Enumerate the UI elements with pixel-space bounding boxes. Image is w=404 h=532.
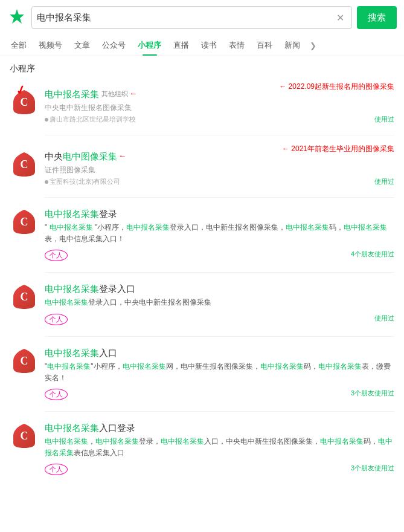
clear-icon[interactable]: ✕ [334, 12, 347, 24]
arrow-icon-2: ← [118, 151, 126, 161]
result-body-3: 电中报名采集 登录 " 电中报名采集 "小程序，电中报名采集登录入口，电中新生报… [45, 207, 394, 261]
tab-emoji[interactable]: 表情 [223, 35, 251, 56]
nav-tabs: 全部 视频号 文章 公众号 小程序 直播 读书 表情 百科 新闻 ❯ [0, 35, 404, 56]
svg-text:C: C [21, 96, 28, 108]
app-icon-4: C [10, 282, 39, 311]
result-title-3: 电中报名采集 登录 [45, 207, 394, 220]
app-icon-2: C [10, 150, 39, 179]
divider-3 [45, 272, 394, 273]
svg-text:C: C [21, 355, 28, 367]
result-source-1: 唐山市路北区世纪星培训学校 使用过 [45, 115, 394, 124]
svg-text:C: C [21, 291, 28, 303]
result-footer-4: 个人 使用过 [45, 311, 394, 325]
result-footer-5: 个人 3个朋友使用过 [45, 386, 394, 400]
svg-text:C: C [21, 216, 28, 228]
tab-live[interactable]: 直播 [167, 35, 195, 56]
result-body-1: 电中报名采集 其他组织 ← 中央电中新生报名图像采集 唐山市路北区世纪星培训学校… [45, 88, 394, 124]
nav-more-icon[interactable]: ❯ [306, 36, 320, 55]
used-label-4: 使用过 [374, 314, 394, 323]
divider-1 [45, 135, 394, 135]
app-icon-5: C [10, 346, 39, 375]
result-desc-main-4: 电中报名采集登录入口，中央电中新生报名图像采集 [45, 297, 394, 308]
friends-used-5: 3个朋友使用过 [351, 389, 394, 398]
svg-text:C: C [21, 158, 28, 170]
section-title: 小程序 [10, 63, 394, 74]
search-input[interactable] [37, 13, 334, 23]
tab-video[interactable]: 视频号 [33, 35, 68, 56]
source-dot [45, 180, 48, 184]
result-body-4: 电中报名采集 登录入口 电中报名采集登录入口，中央电中新生报名图像采集 个人 使… [45, 282, 394, 325]
source-dot [45, 118, 48, 122]
list-item[interactable]: C 电中报名采集 登录 " 电中报名采集 "小程序，电中报名采集登录入口，电中新… [10, 207, 394, 261]
result-desc-2: 证件照图像采集 [45, 164, 394, 175]
result-title-6: 电中报名采集 入口登录 [45, 421, 394, 434]
tag-personal-4: 个人 [45, 314, 68, 325]
tag-personal-5: 个人 [45, 389, 68, 400]
list-item[interactable]: ← 2022.09起新生报名用的图像采集 C ✓ 电中报名采集 其他组织 [10, 83, 394, 124]
result-source-2: 宝图科技(北京)有限公司 使用过 [45, 177, 394, 186]
friends-used-6: 3个朋友使用过 [351, 464, 394, 473]
result-title-5: 电中报名采集 入口 [45, 346, 394, 359]
list-item[interactable]: C 电中报名采集 登录入口 电中报名采集登录入口，中央电中新生报名图像采集 个人… [10, 282, 394, 325]
app-icon-3: C [10, 207, 39, 236]
result-footer-3: 个人 4个朋友使用过 [45, 247, 394, 261]
list-item[interactable]: ← 2021年前老生毕业用的图像采集 C 中央 电中 图像 采集 ← [10, 145, 394, 186]
tab-news[interactable]: 新闻 [278, 35, 306, 56]
tag-personal-3: 个人 [45, 250, 68, 261]
tab-official[interactable]: 公众号 [96, 35, 132, 56]
friends-used-3: 4个朋友使用过 [351, 250, 394, 259]
tab-book[interactable]: 读书 [195, 35, 223, 56]
arrow-icon-1: ← [129, 88, 137, 99]
result-body-2: 中央 电中 图像 采集 ← 证件照图像采集 宝图科技(北京)有限公司 使用过 [45, 150, 394, 186]
result-desc-main-3: " 电中报名采集 "小程序，电中报名采集登录入口，电中新生报名图像采集，电中报名… [45, 222, 394, 245]
tag-personal-6: 个人 [45, 464, 68, 475]
result-body-5: 电中报名采集 入口 "电中报名采集"小程序，电中报名采集网，电中新生报名图像采集… [45, 346, 394, 400]
annotation-1: ← 2022.09起新生报名用的图像采集 [279, 82, 394, 92]
wechat-logo-icon [7, 8, 27, 27]
list-item[interactable]: C 电中报名采集 入口登录 电中报名采集，电中报名采集登录，电中报名采集入口，中… [10, 421, 394, 475]
result-desc-1: 中央电中新生报名图像采集 [45, 102, 394, 113]
header: ✕ 搜索 [0, 0, 404, 35]
used-label-2: 使用过 [374, 177, 394, 186]
tab-wiki[interactable]: 百科 [251, 35, 278, 56]
result-body-6: 电中报名采集 入口登录 电中报名采集，电中报名采集登录，电中报名采集入口，中央电… [45, 421, 394, 475]
annotation-2: ← 2021年前老生毕业用的图像采集 [282, 144, 394, 154]
content-area: 小程序 ← 2022.09起新生报名用的图像采集 C ✓ [0, 56, 404, 493]
search-bar: ✕ [31, 6, 352, 29]
app-icon-6: C [10, 421, 39, 450]
divider-4 [45, 336, 394, 337]
result-desc-main-5: "电中报名采集"小程序，电中报名采集网，电中新生报名图像采集，电中报名采集码，电… [45, 361, 394, 384]
list-item[interactable]: C 电中报名采集 入口 "电中报名采集"小程序，电中报名采集网，电中新生报名图像… [10, 346, 394, 400]
result-desc-main-6: 电中报名采集，电中报名采集登录，电中报名采集入口，中央电中新生报名图像采集，电中… [45, 436, 394, 459]
used-label-1: 使用过 [374, 115, 394, 124]
result-title-4: 电中报名采集 登录入口 [45, 282, 394, 295]
divider-5 [45, 411, 394, 412]
search-button[interactable]: 搜索 [357, 6, 397, 29]
tab-mini[interactable]: 小程序 [132, 35, 167, 56]
tab-all[interactable]: 全部 [5, 35, 33, 56]
divider-2 [45, 197, 394, 198]
tab-article[interactable]: 文章 [68, 35, 96, 56]
svg-text:C: C [21, 430, 28, 442]
result-footer-6: 个人 3个朋友使用过 [45, 461, 394, 475]
